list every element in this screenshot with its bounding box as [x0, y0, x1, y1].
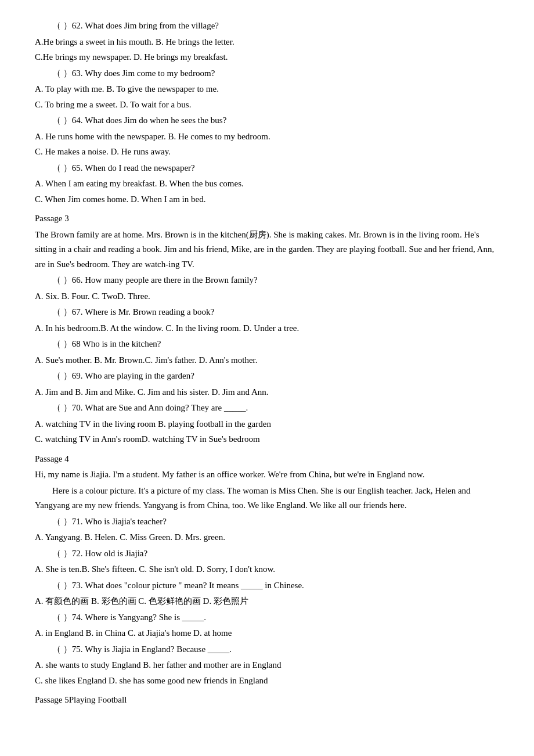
answer-line: A. she wants to study England B. her fat… [35, 658, 499, 673]
answer-line: A.He brings a sweet in his mouth. B. He … [35, 35, 499, 50]
passage-title: Passage 5Playing Football [35, 693, 499, 708]
answer-line: A. Sue's mother. B. Mr. Brown.C. Jim's f… [35, 353, 499, 368]
answer-line: A. 有颜色的画 B. 彩色的画 C. 色彩鲜艳的画 D. 彩色照片 [35, 594, 499, 609]
question-line: （ ）75. Why is Jiajia in England? Because… [35, 642, 499, 657]
answer-line: A. Yangyang. B. Helen. C. Miss Green. D.… [35, 530, 499, 545]
passage-title: Passage 4 [35, 452, 499, 467]
answer-line: C. He makes a noise. D. He runs away. [35, 145, 499, 160]
question-line: （ ）64. What does Jim do when he sees the… [35, 113, 499, 128]
question-line: （ ）62. What does Jim bring from the vill… [35, 19, 499, 34]
answer-line: A. In his bedroom.B. At the window. C. I… [35, 321, 499, 336]
question-line: （ ）66. How many people are there in the … [35, 273, 499, 288]
question-line: （ ）67. Where is Mr. Brown reading a book… [35, 305, 499, 320]
question-line: （ ）68 Who is in the kitchen? [35, 337, 499, 352]
answer-line: A. watching TV in the living room B. pla… [35, 417, 499, 432]
answer-line: C. When Jim comes home. D. When I am in … [35, 192, 499, 207]
answer-line: A. Jim and B. Jim and Mike. C. Jim and h… [35, 385, 499, 400]
question-line: （ ）73. What does "colour picture " mean?… [35, 578, 499, 593]
answer-line: A. in England B. in China C. at Jiajia's… [35, 626, 499, 641]
answer-line: A. When I am eating my breakfast. B. Whe… [35, 177, 499, 192]
answer-line: A. Six. B. Four. C. TwoD. Three. [35, 289, 499, 304]
question-line: （ ）69. Who are playing in the garden? [35, 369, 499, 384]
question-line: （ ）70. What are Sue and Ann doing? They … [35, 401, 499, 416]
question-line: （ ）63. Why does Jim come to my bedroom? [35, 66, 499, 81]
question-line: （ ）65. When do I read the newspaper? [35, 161, 499, 176]
passage-title: Passage 3 [35, 211, 499, 226]
answer-line: C. watching TV in Ann's roomD. watching … [35, 432, 499, 447]
answer-line: A. She is ten.B. She's fifteen. C. She i… [35, 562, 499, 577]
answer-line: C.He brings my newspaper. D. He brings m… [35, 50, 499, 65]
question-line: （ ）72. How old is Jiajia? [35, 546, 499, 561]
question-line: （ ）71. Who is Jiajia's teacher? [35, 514, 499, 530]
answer-line: A. He runs home with the newspaper. B. H… [35, 129, 499, 145]
main-content: （ ）62. What does Jim bring from the vill… [35, 19, 499, 708]
passage-text: The Brown family are at home. Mrs. Brown… [35, 228, 499, 272]
passage-text-indent: Here is a colour picture. It's a picture… [35, 484, 499, 513]
question-line: （ ）74. Where is Yangyang? She is _____. [35, 610, 499, 625]
answer-line: C. To bring me a sweet. D. To wait for a… [35, 98, 499, 113]
passage-text: Hi, my name is Jiajia. I'm a student. My… [35, 467, 499, 483]
answer-line: A. To play with me. B. To give the newsp… [35, 82, 499, 97]
answer-line: C. she likes England D. she has some goo… [35, 674, 499, 689]
